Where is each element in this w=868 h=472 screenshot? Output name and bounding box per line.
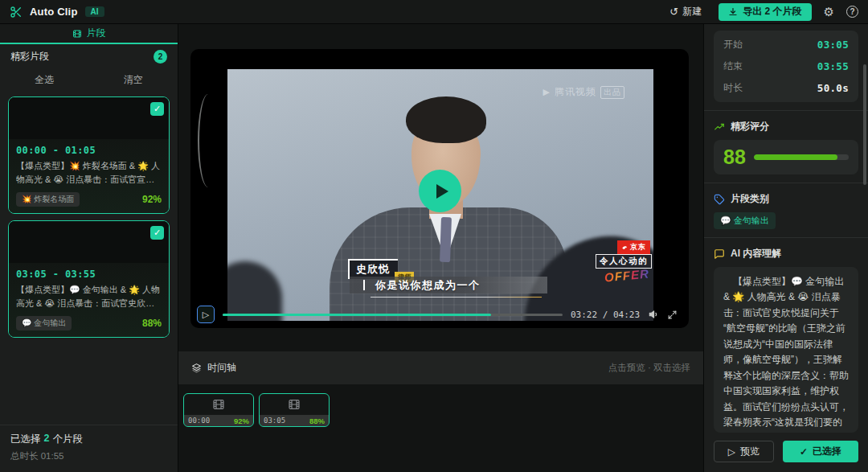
refresh-icon: ↺ [669,6,678,17]
timeline-thumb-1[interactable]: 00:00 92% [183,393,254,427]
clip-1-body: 00:00 - 01:05 【爆点类型】💥 炸裂名场面 & 🌟 人物高光 & 😭… [9,139,169,213]
video-watermark: ▶ 腾讯视频 出品 [543,85,624,99]
fullscreen-button[interactable] [667,310,678,320]
preview-button[interactable]: ▷ 预览 [714,441,774,462]
time-display: 03:22 / 04:23 [571,310,640,320]
clip-list: ✓ 00:00 - 01:05 【爆点类型】💥 炸裂名场面 & 🌟 人物高光 &… [0,91,178,425]
end-value: 03:55 [817,60,849,72]
film-icon [212,398,225,411]
play-outline-icon: ▷ [728,446,735,458]
volume-button[interactable] [648,309,659,320]
scrollbar-thumb[interactable] [863,64,866,185]
tag-icon [714,194,725,205]
watermark-name: 腾讯视频 [555,85,596,99]
tab-clips[interactable]: 片段 [0,24,178,44]
help-button[interactable]: ? [846,6,858,18]
video-overlay-arc [198,94,219,187]
clip-2-thumbnail: ✓ [9,221,169,263]
detail-actions: ▷ 预览 ✓ 已选择 [714,441,858,462]
select-all-button[interactable]: 全选 [0,68,89,91]
top-bar: Auto Clip AI ↺ 新建 导出 2 个片段 ⚙ ? [0,0,868,24]
layers-icon [191,363,202,373]
new-button-label: 新建 [682,5,702,18]
selected-button[interactable]: ✓ 已选择 [783,441,858,462]
details-sidebar: 开始 03:05 结束 03:55 时长 50.0s 精彩评分 [703,24,868,472]
fullscreen-icon [667,310,678,320]
clear-button[interactable]: 清空 [89,68,178,91]
subtitle-underline [371,297,542,298]
app-title: Auto Clip [30,6,78,18]
play-button[interactable]: ▷ [197,306,215,323]
ai-badge: AI [85,6,104,17]
play-outline-icon: ▷ [203,310,209,320]
jd-dog-icon [621,244,628,251]
clip-1-score: 92% [142,194,162,205]
jd-label: 京东 [630,242,646,252]
app-window: Auto Clip AI ↺ 新建 导出 2 个片段 ⚙ ? [0,0,868,472]
clip-card-2[interactable]: ✓ 03:05 - 03:55 【爆点类型】💬 金句输出 & 🌟 人物高光 & … [8,220,170,338]
ai-section-title: AI 内容理解 [731,247,781,261]
watermark-badge: 出品 [600,86,624,99]
selected-prefix: 已选择 [10,433,41,446]
settings-button[interactable]: ⚙ [824,6,834,18]
video-player[interactable]: ▶ 腾讯视频 出品 史欣悦 律师 你是说你想成为一个 [190,49,689,328]
scissors-icon [10,6,23,18]
timeline-thumbnails: 00:00 92% 03:05 88% [183,393,330,427]
clip-1-thumbnail: ✓ [9,97,169,139]
end-label: 结束 [723,60,743,73]
selected-button-label: 已选择 [813,445,841,458]
export-button[interactable]: 导出 2 个片段 [719,3,811,21]
clip-2-description: 【爆点类型】💬 金句输出 & 🌟 人物高光 & 😭 泪点暴击：面试官史欣悦提问关… [16,283,162,310]
subtitle-text: 你是说你想成为一个 [375,278,481,293]
film-icon [288,398,301,411]
clip-count-badge: 2 [154,50,167,64]
divider [704,183,868,183]
score-value: 88 [723,147,746,167]
divider [704,237,868,238]
score-panel: 88 [714,140,858,174]
timeline-hint: 点击预览 · 双击选择 [608,362,690,374]
check-icon: ✓ [800,446,808,458]
clip-1-time-range: 00:00 - 01:05 [16,145,162,156]
clip-card-1[interactable]: ✓ 00:00 - 01:05 【爆点类型】💥 炸裂名场面 & 🌟 人物高光 &… [8,96,170,214]
clip-info-panel: 开始 03:05 结束 03:55 时长 50.0s [714,31,858,102]
speaker-hair [406,96,486,143]
clip-1-description: 【爆点类型】💥 炸裂名场面 & 🌟 人物高光 & 😭 泪点暴击：面试官宣布“下一… [16,159,162,187]
jd-logo: 京东 [617,240,650,254]
category-tag[interactable]: 💬 金句输出 [714,212,776,229]
duration-value: 50.0s [817,82,849,94]
check-icon: ✓ [154,104,161,114]
selection-summary: 已选择 2 个片段 总时长 01:55 [0,425,178,472]
clip-2-time-range: 03:05 - 03:55 [16,269,162,280]
duration-label: 时长 [723,81,743,95]
clip-2-tag: 💬 金句输出 [16,316,72,330]
selected-count: 2 [44,433,50,446]
preview-button-label: 预览 [740,445,760,458]
watermark-play-icon: ▶ [543,87,551,97]
play-overlay-button[interactable] [419,170,461,212]
film-icon [72,29,82,39]
clip-1-checkbox[interactable]: ✓ [150,102,164,116]
selected-suffix: 个片段 [52,433,83,446]
preview-area: ▶ 腾讯视频 出品 史欣悦 律师 你是说你想成为一个 [178,24,703,472]
clip-2-score: 88% [142,318,162,329]
start-label: 开始 [723,38,743,51]
ai-content-text: 【爆点类型】💬 金句输出 & 🌟 人物高光 & 😭 泪点暴击：面试官史欣悦提问关… [723,274,849,433]
start-value: 03:05 [817,39,849,51]
progress-bar[interactable] [223,314,563,316]
download-icon [728,7,738,17]
list-actions: 全选 清空 [0,68,178,91]
ai-content-panel: 【爆点类型】💬 金句输出 & 🌟 人物高光 & 😭 泪点暴击：面试官史欣悦提问关… [714,267,858,433]
score-bar-fill [754,154,837,160]
clip-2-checkbox[interactable]: ✓ [150,226,164,240]
progress-fill [223,314,491,316]
thumb-2-score: 88% [309,417,325,425]
clip-1-tag: 💥 炸裂名场面 [16,192,80,207]
thumb-1-time: 00:00 [188,417,210,425]
new-button[interactable]: ↺ 新建 [665,4,706,19]
export-button-label: 导出 2 个片段 [743,5,801,18]
play-icon [436,184,448,199]
timeline-thumb-2[interactable]: 03:05 88% [259,393,330,427]
total-duration: 总时长 01:55 [10,450,167,462]
thumb-1-score: 92% [234,417,249,425]
